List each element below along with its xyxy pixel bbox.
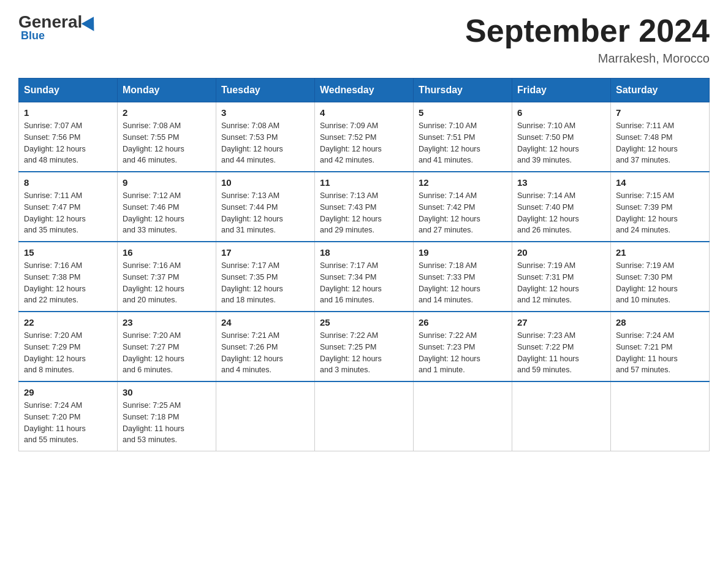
day-number: 16 <box>123 247 211 258</box>
table-row: 23 Sunrise: 7:20 AMSunset: 7:27 PMDaylig… <box>118 312 216 381</box>
day-number: 4 <box>320 107 408 118</box>
day-number: 6 <box>517 107 605 118</box>
day-info: Sunrise: 7:11 AMSunset: 7:47 PMDaylight:… <box>24 190 112 236</box>
table-row: 24 Sunrise: 7:21 AMSunset: 7:26 PMDaylig… <box>216 312 315 381</box>
day-number: 7 <box>616 107 704 118</box>
day-info: Sunrise: 7:19 AMSunset: 7:30 PMDaylight:… <box>616 260 704 306</box>
day-number: 13 <box>517 177 605 188</box>
day-number: 5 <box>419 107 507 118</box>
day-info: Sunrise: 7:14 AMSunset: 7:40 PMDaylight:… <box>517 190 605 236</box>
day-info: Sunrise: 7:17 AMSunset: 7:35 PMDaylight:… <box>221 260 309 306</box>
day-info: Sunrise: 7:07 AMSunset: 7:56 PMDaylight:… <box>24 120 112 166</box>
day-number: 19 <box>419 247 507 258</box>
day-info: Sunrise: 7:20 AMSunset: 7:27 PMDaylight:… <box>123 330 211 376</box>
table-row: 25 Sunrise: 7:22 AMSunset: 7:25 PMDaylig… <box>315 312 414 381</box>
day-info: Sunrise: 7:23 AMSunset: 7:22 PMDaylight:… <box>517 330 605 376</box>
day-number: 21 <box>616 247 704 258</box>
weekday-header-saturday: Saturday <box>611 79 710 102</box>
table-row: 22 Sunrise: 7:20 AMSunset: 7:29 PMDaylig… <box>19 312 118 381</box>
day-info: Sunrise: 7:12 AMSunset: 7:46 PMDaylight:… <box>123 190 211 236</box>
day-number: 23 <box>123 317 211 327</box>
day-info: Sunrise: 7:08 AMSunset: 7:55 PMDaylight:… <box>123 120 211 166</box>
day-number: 14 <box>616 177 704 188</box>
day-info: Sunrise: 7:13 AMSunset: 7:44 PMDaylight:… <box>221 190 309 236</box>
table-row: 20 Sunrise: 7:19 AMSunset: 7:31 PMDaylig… <box>512 242 611 312</box>
day-number: 1 <box>24 107 112 118</box>
day-number: 18 <box>320 247 408 258</box>
table-row: 16 Sunrise: 7:16 AMSunset: 7:37 PMDaylig… <box>118 242 216 312</box>
logo-blue: Blue <box>21 29 45 42</box>
table-row: 14 Sunrise: 7:15 AMSunset: 7:39 PMDaylig… <box>611 172 710 242</box>
logo-triangle-icon <box>82 13 100 31</box>
weekday-header-sunday: Sunday <box>19 79 118 102</box>
table-row: 2 Sunrise: 7:08 AMSunset: 7:55 PMDayligh… <box>118 102 216 172</box>
day-info: Sunrise: 7:25 AMSunset: 7:18 PMDaylight:… <box>123 400 211 446</box>
table-row: 30 Sunrise: 7:25 AMSunset: 7:18 PMDaylig… <box>118 381 216 451</box>
day-info: Sunrise: 7:24 AMSunset: 7:21 PMDaylight:… <box>616 330 704 376</box>
calendar-week-row: 8 Sunrise: 7:11 AMSunset: 7:47 PMDayligh… <box>19 172 710 242</box>
day-number: 24 <box>221 317 309 327</box>
table-row <box>512 381 611 451</box>
day-info: Sunrise: 7:18 AMSunset: 7:33 PMDaylight:… <box>419 260 507 306</box>
day-number: 10 <box>221 177 309 188</box>
day-info: Sunrise: 7:15 AMSunset: 7:39 PMDaylight:… <box>616 190 704 236</box>
day-info: Sunrise: 7:19 AMSunset: 7:31 PMDaylight:… <box>517 260 605 306</box>
day-number: 28 <box>616 317 704 327</box>
day-info: Sunrise: 7:16 AMSunset: 7:38 PMDaylight:… <box>24 260 112 306</box>
table-row: 18 Sunrise: 7:17 AMSunset: 7:34 PMDaylig… <box>315 242 414 312</box>
day-info: Sunrise: 7:20 AMSunset: 7:29 PMDaylight:… <box>24 330 112 376</box>
table-row <box>315 381 414 451</box>
table-row: 1 Sunrise: 7:07 AMSunset: 7:56 PMDayligh… <box>19 102 118 172</box>
day-number: 2 <box>123 107 211 118</box>
weekday-header-thursday: Thursday <box>414 79 512 102</box>
day-number: 11 <box>320 177 408 188</box>
day-number: 27 <box>517 317 605 327</box>
day-info: Sunrise: 7:17 AMSunset: 7:34 PMDaylight:… <box>320 260 408 306</box>
table-row: 5 Sunrise: 7:10 AMSunset: 7:51 PMDayligh… <box>414 102 512 172</box>
table-row: 26 Sunrise: 7:22 AMSunset: 7:23 PMDaylig… <box>414 312 512 381</box>
weekday-header-monday: Monday <box>118 79 216 102</box>
day-number: 8 <box>24 177 112 188</box>
table-row: 4 Sunrise: 7:09 AMSunset: 7:52 PMDayligh… <box>315 102 414 172</box>
day-info: Sunrise: 7:22 AMSunset: 7:25 PMDaylight:… <box>320 330 408 376</box>
month-title: September 2024 <box>465 12 710 49</box>
day-number: 9 <box>123 177 211 188</box>
day-number: 29 <box>24 387 112 397</box>
weekday-header-tuesday: Tuesday <box>216 79 315 102</box>
table-row: 29 Sunrise: 7:24 AMSunset: 7:20 PMDaylig… <box>19 381 118 451</box>
day-info: Sunrise: 7:08 AMSunset: 7:53 PMDaylight:… <box>221 120 309 166</box>
day-info: Sunrise: 7:09 AMSunset: 7:52 PMDaylight:… <box>320 120 408 166</box>
table-row: 3 Sunrise: 7:08 AMSunset: 7:53 PMDayligh… <box>216 102 315 172</box>
day-number: 12 <box>419 177 507 188</box>
table-row: 8 Sunrise: 7:11 AMSunset: 7:47 PMDayligh… <box>19 172 118 242</box>
table-row: 28 Sunrise: 7:24 AMSunset: 7:21 PMDaylig… <box>611 312 710 381</box>
day-info: Sunrise: 7:14 AMSunset: 7:42 PMDaylight:… <box>419 190 507 236</box>
weekday-header-friday: Friday <box>512 79 611 102</box>
day-info: Sunrise: 7:24 AMSunset: 7:20 PMDaylight:… <box>24 400 112 446</box>
table-row: 17 Sunrise: 7:17 AMSunset: 7:35 PMDaylig… <box>216 242 315 312</box>
day-number: 30 <box>123 387 211 397</box>
location: Marrakesh, Morocco <box>465 52 710 66</box>
calendar-table: SundayMondayTuesdayWednesdayThursdayFrid… <box>18 78 710 451</box>
page-header: General Blue September 2024 Marrakesh, M… <box>18 12 710 66</box>
day-info: Sunrise: 7:16 AMSunset: 7:37 PMDaylight:… <box>123 260 211 306</box>
table-row: 6 Sunrise: 7:10 AMSunset: 7:50 PMDayligh… <box>512 102 611 172</box>
table-row <box>611 381 710 451</box>
day-number: 26 <box>419 317 507 327</box>
table-row: 21 Sunrise: 7:19 AMSunset: 7:30 PMDaylig… <box>611 242 710 312</box>
table-row: 27 Sunrise: 7:23 AMSunset: 7:22 PMDaylig… <box>512 312 611 381</box>
calendar-week-row: 1 Sunrise: 7:07 AMSunset: 7:56 PMDayligh… <box>19 102 710 172</box>
table-row: 10 Sunrise: 7:13 AMSunset: 7:44 PMDaylig… <box>216 172 315 242</box>
table-row: 11 Sunrise: 7:13 AMSunset: 7:43 PMDaylig… <box>315 172 414 242</box>
table-row: 7 Sunrise: 7:11 AMSunset: 7:48 PMDayligh… <box>611 102 710 172</box>
day-info: Sunrise: 7:10 AMSunset: 7:51 PMDaylight:… <box>419 120 507 166</box>
day-info: Sunrise: 7:10 AMSunset: 7:50 PMDaylight:… <box>517 120 605 166</box>
table-row: 9 Sunrise: 7:12 AMSunset: 7:46 PMDayligh… <box>118 172 216 242</box>
day-number: 17 <box>221 247 309 258</box>
day-number: 15 <box>24 247 112 258</box>
table-row: 12 Sunrise: 7:14 AMSunset: 7:42 PMDaylig… <box>414 172 512 242</box>
table-row: 19 Sunrise: 7:18 AMSunset: 7:33 PMDaylig… <box>414 242 512 312</box>
calendar-week-row: 22 Sunrise: 7:20 AMSunset: 7:29 PMDaylig… <box>19 312 710 381</box>
title-section: September 2024 Marrakesh, Morocco <box>465 12 710 66</box>
day-number: 3 <box>221 107 309 118</box>
